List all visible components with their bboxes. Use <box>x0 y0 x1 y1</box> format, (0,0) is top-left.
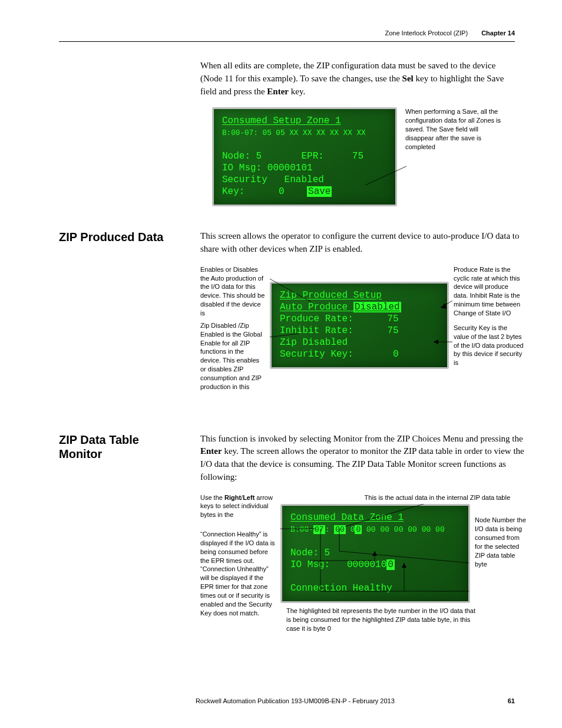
heading-produced: ZIP Produced Data <box>59 230 183 244</box>
figure-2: Enables or Disables the Auto production … <box>200 265 524 391</box>
footer-publication: Rockwell Automation Publication 193-UM00… <box>82 697 508 704</box>
fig3-callout-below: The highlighted bit represents the byte … <box>286 607 481 633</box>
sel-key: Sel <box>402 74 414 83</box>
heading-monitor: ZIP Data Table Monitor <box>59 433 183 461</box>
enter-key-2: Enter <box>200 446 222 456</box>
lcd-screen-3: Consumed Data Zone 1 B:00-07: 00 00 00 0… <box>280 504 470 603</box>
figure-1-callout: When performing a Save, all the configur… <box>405 107 505 151</box>
fig2-callout-right2: Security Key is the value of the last 2 … <box>454 324 524 367</box>
header-title: Zone Interlock Protocol (ZIP) <box>385 29 468 37</box>
monitor-paragraph: This function is invoked by selecting Mo… <box>200 433 528 484</box>
section-produced: ZIP Produced Data This screen allows the… <box>59 230 515 414</box>
fig3-callout-left1: Use the Right/Left arrow keys to select … <box>200 493 276 520</box>
page-footer: Rockwell Automation Publication 193-UM00… <box>59 697 515 704</box>
fig3-callout-topright: This is the actual data in the internal … <box>280 493 528 502</box>
fig3-callout-left2: “Connection Healthy” is displayed if the… <box>200 530 276 617</box>
lcd-screen-2: Zip Produced Setup Auto Produce Disabled… <box>270 282 449 369</box>
page-container: Zone Interlock Protocol (ZIP) Chapter 14… <box>0 0 562 728</box>
lcd-screen-1: Consumed Setup Zone 1 B:00-07: 05 05 XX … <box>212 107 397 206</box>
footer-page-number: 61 <box>508 697 515 704</box>
running-header: Zone Interlock Protocol (ZIP) Chapter 14 <box>59 29 515 37</box>
enter-key: Enter <box>267 87 289 96</box>
save-field: Save <box>307 186 332 197</box>
fig3-callout-farright: Node Number the I/O data is being consum… <box>475 516 528 568</box>
figure-1-lcd-wrap: Consumed Setup Zone 1 B:00-07: 05 05 XX … <box>212 107 397 206</box>
header-chapter: Chapter 14 <box>481 29 515 37</box>
intro-block: When all edits are complete, the ZIP con… <box>200 60 515 206</box>
produced-paragraph: This screen allows the operator to confi… <box>200 230 524 256</box>
fig2-callout-left1: Enables or Disables the Auto production … <box>200 265 265 318</box>
figure-3: Use the Right/Left arrow keys to select … <box>200 493 528 633</box>
header-rule <box>59 41 515 42</box>
figure-1: Consumed Setup Zone 1 B:00-07: 05 05 XX … <box>212 107 515 206</box>
intro-paragraph: When all edits are complete, the ZIP con… <box>200 60 515 98</box>
fig2-callout-right1: Produce Rate is the cyclic rate at which… <box>454 265 524 318</box>
section-monitor: ZIP Data Table Monitor This function is … <box>59 433 515 639</box>
fig2-callout-left2: Zip Disabled /Zip Enabled is the Global … <box>200 321 265 391</box>
